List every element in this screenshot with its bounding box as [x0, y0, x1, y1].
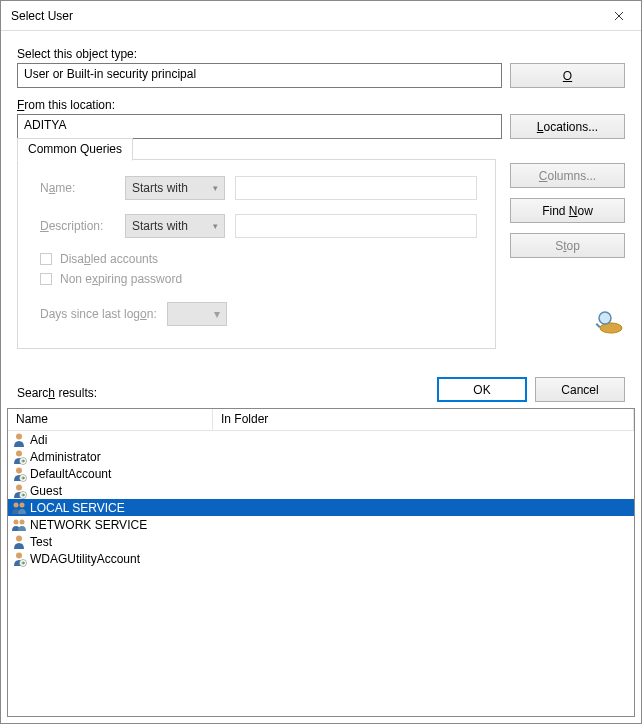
result-row[interactable]: NETWORK SERVICE [8, 516, 634, 533]
non-expiring-checkbox[interactable] [40, 273, 52, 285]
close-button[interactable] [597, 1, 641, 31]
user-icon [11, 432, 27, 448]
result-name: Administrator [30, 450, 101, 464]
svg-point-12 [14, 519, 19, 524]
result-row[interactable]: Test [8, 533, 634, 550]
result-name: Test [30, 535, 52, 549]
result-name: Adi [30, 433, 47, 447]
non-expiring-label: Non expiring password [60, 272, 182, 286]
chevron-down-icon: ▾ [213, 183, 218, 193]
svg-point-10 [14, 502, 19, 507]
dialog-content: Select this object type: User or Built-i… [1, 31, 641, 408]
column-in-folder[interactable]: In Folder [213, 409, 634, 430]
result-row[interactable]: Administrator [8, 448, 634, 465]
disabled-accounts-checkbox[interactable] [40, 253, 52, 265]
object-types-button[interactable]: O [510, 63, 625, 88]
common-queries-panel: Common Queries Name: Starts with ▾ Descr… [17, 159, 496, 349]
location-field: ADITYA [17, 114, 502, 139]
name-label: Name: [40, 181, 115, 195]
column-name[interactable]: Name [8, 409, 213, 430]
svg-point-14 [16, 535, 22, 541]
ok-button[interactable]: OK [437, 377, 527, 402]
result-name: NETWORK SERVICE [30, 518, 147, 532]
svg-point-8 [16, 484, 22, 490]
chevron-down-icon: ▾ [213, 221, 218, 231]
days-since-dropdown[interactable]: ▾ [167, 302, 227, 326]
user-icon [11, 534, 27, 550]
svg-point-15 [16, 552, 22, 558]
result-row[interactable]: Guest [8, 482, 634, 499]
search-icon [591, 308, 625, 336]
svg-point-1 [599, 312, 611, 324]
user-icon [11, 483, 27, 499]
find-now-button[interactable]: Find Now [510, 198, 625, 223]
users-icon [11, 500, 27, 516]
user-icon [11, 449, 27, 465]
stop-button[interactable]: Stop [510, 233, 625, 258]
svg-point-3 [16, 433, 22, 439]
cancel-button[interactable]: Cancel [535, 377, 625, 402]
queries-area: Common Queries Name: Starts with ▾ Descr… [17, 159, 625, 349]
close-icon [614, 11, 624, 21]
location-label: From this location: [17, 98, 625, 112]
columns-button[interactable]: Columns... [510, 163, 625, 188]
days-since-label: Days since last logon: [40, 307, 157, 321]
users-icon [11, 517, 27, 533]
search-results-label: Search results: [17, 386, 625, 400]
user-icon [11, 551, 27, 567]
svg-point-6 [16, 467, 22, 473]
result-row[interactable]: WDAGUtilityAccount [8, 550, 634, 567]
disabled-accounts-label: Disabled accounts [60, 252, 158, 266]
result-name: Guest [30, 484, 62, 498]
titlebar: Select User [1, 1, 641, 31]
window-title: Select User [11, 9, 73, 23]
name-match-dropdown[interactable]: Starts with ▾ [125, 176, 225, 200]
results-header: Name In Folder [8, 409, 634, 431]
chevron-down-icon: ▾ [214, 307, 220, 321]
result-name: WDAGUtilityAccount [30, 552, 140, 566]
results-list[interactable]: Name In Folder AdiAdministratorDefaultAc… [7, 408, 635, 717]
svg-rect-2 [596, 323, 601, 328]
user-icon [11, 466, 27, 482]
result-row[interactable]: LOCAL SERVICE [8, 499, 634, 516]
object-type-label: Select this object type: [17, 47, 625, 61]
svg-point-4 [16, 450, 22, 456]
description-label: Description: [40, 219, 115, 233]
description-input[interactable] [235, 214, 477, 238]
tab-common-queries[interactable]: Common Queries [17, 138, 133, 161]
svg-point-11 [20, 502, 25, 507]
result-row[interactable]: Adi [8, 431, 634, 448]
result-name: DefaultAccount [30, 467, 111, 481]
locations-button[interactable]: Locations... [510, 114, 625, 139]
description-match-dropdown[interactable]: Starts with ▾ [125, 214, 225, 238]
result-row[interactable]: DefaultAccount [8, 465, 634, 482]
name-input[interactable] [235, 176, 477, 200]
result-name: LOCAL SERVICE [30, 501, 385, 515]
object-type-field: User or Built-in security principal [17, 63, 502, 88]
svg-point-13 [20, 519, 25, 524]
